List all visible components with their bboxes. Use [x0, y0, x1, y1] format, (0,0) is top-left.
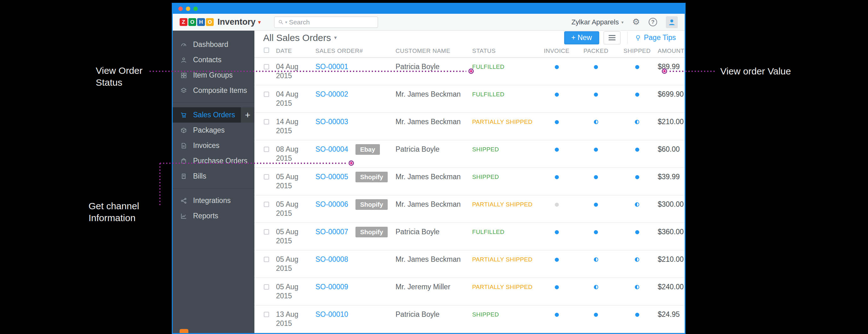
sidebar-item-item-groups[interactable]: Item Groups — [173, 68, 254, 83]
packed-status-cell — [576, 172, 616, 181]
column-header-date[interactable]: DATE — [276, 47, 315, 55]
row-checkbox[interactable] — [264, 202, 269, 207]
row-checkbox[interactable] — [264, 284, 269, 290]
product-name: Inventory — [217, 17, 256, 27]
order-date: 05 Aug 2015 — [276, 227, 315, 245]
customer-name: Mr. James Beckman — [396, 255, 472, 264]
invoice-status-dot — [555, 93, 559, 97]
invoice-status-cell — [538, 282, 576, 292]
packed-status-dot — [594, 175, 598, 179]
list-menu-button[interactable] — [603, 31, 620, 44]
invoice-status-dot — [555, 258, 559, 262]
table-row[interactable]: 04 Aug 2015 SO-00002 Mr. James Beckman F… — [254, 86, 685, 113]
annotation-view-order-status-text: View Order Status — [96, 65, 143, 89]
search-input[interactable] — [289, 19, 374, 26]
logo-letter: Z — [180, 18, 187, 26]
row-checkbox[interactable] — [264, 229, 269, 235]
close-window-button[interactable] — [178, 7, 183, 11]
sales-order-link[interactable]: SO-00008 — [315, 255, 396, 264]
sidebar-item-composite-items[interactable]: Composite Items — [173, 83, 254, 98]
sales-order-link[interactable]: SO-00001 — [315, 62, 396, 71]
order-amount: $300.00 — [658, 200, 684, 209]
annotation-status-marker — [468, 68, 474, 74]
column-header-invoice[interactable]: INVOICE — [538, 47, 576, 55]
sidebar-item-packages[interactable]: Packages — [173, 123, 254, 138]
sidebar-item-bills[interactable]: Bills — [173, 169, 254, 184]
page-tips-button[interactable]: Page Tips — [634, 33, 676, 42]
person-icon — [668, 18, 676, 27]
table-row[interactable]: 05 Aug 2015 SO-00008 Mr. James Beckman P… — [254, 250, 685, 278]
packed-status-dot — [594, 147, 598, 152]
sales-order-link[interactable]: SO-00002 — [315, 90, 396, 99]
table-row[interactable]: 05 Aug 2015 SO-00007 Patricia Boyle FULF… — [254, 223, 685, 250]
shipped-status-dot — [635, 65, 639, 69]
order-date: 14 Aug 2015 — [276, 117, 315, 135]
sidebar-item-label: Sales Orders — [193, 111, 235, 119]
column-header-packed[interactable]: PACKED — [576, 47, 616, 55]
invoice-status-cell — [538, 90, 576, 99]
view-selector[interactable]: All Sales Orders — [263, 33, 337, 43]
shipped-status-dot — [635, 313, 639, 317]
table-row[interactable]: 13 Aug 2015 SO-00010 Patricia Boyle SHIP… — [254, 305, 685, 333]
sidebar-item-invoices[interactable]: Invoices — [173, 138, 254, 153]
order-date: 08 Aug 2015 — [276, 145, 315, 163]
table-row[interactable]: 14 Aug 2015 SO-00003 Mr. James Beckman P… — [254, 113, 685, 140]
channel-badge: Shopify — [355, 199, 388, 210]
org-name: Zylkar Apparels — [571, 18, 619, 26]
row-checkbox[interactable] — [264, 92, 269, 97]
order-status: SHIPPED — [472, 172, 538, 181]
settings-gear-icon[interactable] — [632, 18, 640, 26]
order-amount: $210.00 — [658, 255, 684, 264]
row-checkbox[interactable] — [264, 174, 269, 179]
column-header-amount[interactable]: AMOUNT — [658, 47, 684, 55]
sidebar-item-purchase-orders[interactable]: Purchase Orders — [173, 153, 254, 169]
user-avatar[interactable] — [666, 16, 678, 28]
sidebar-item-sales-orders[interactable]: Sales Orders + — [173, 107, 254, 123]
minimize-window-button[interactable] — [186, 7, 190, 11]
bills-icon — [180, 173, 188, 180]
sidebar-item-reports[interactable]: Reports — [173, 208, 254, 224]
packed-status-dot — [594, 65, 598, 69]
annotation-value-marker — [662, 68, 667, 74]
row-checkbox[interactable] — [264, 64, 269, 69]
packed-status-cell — [576, 62, 616, 71]
sidebar-item-label: Integrations — [193, 196, 230, 205]
search-box[interactable] — [274, 16, 378, 28]
column-header-shipped[interactable]: SHIPPED — [616, 47, 658, 55]
shipped-status-cell — [616, 282, 658, 292]
product-switcher-caret-icon[interactable] — [258, 19, 261, 26]
sales-order-link[interactable]: SO-00003 — [315, 117, 396, 126]
sales-order-link[interactable]: SO-00010 — [315, 310, 396, 319]
sidebar-item-contacts[interactable]: Contacts — [173, 52, 254, 68]
search-scope-caret-icon[interactable] — [285, 20, 287, 24]
new-sales-order-button[interactable]: + New — [564, 31, 599, 44]
column-header-status[interactable]: STATUS — [472, 47, 538, 55]
sidebar-item-integrations[interactable]: Integrations — [173, 193, 254, 208]
org-switcher[interactable]: Zylkar Apparels — [571, 18, 624, 26]
zoom-window-button[interactable] — [193, 7, 198, 11]
shipped-status-cell — [616, 117, 658, 126]
annotation-channel-marker — [348, 160, 354, 166]
row-checkbox[interactable] — [264, 257, 269, 262]
chat-widget[interactable] — [180, 329, 188, 333]
table-row[interactable]: 05 Aug 2015 SO-00009 Mr. Jeremy Miller P… — [254, 278, 685, 305]
shipped-status-dot — [635, 230, 639, 234]
sales-order-link[interactable]: SO-00009 — [315, 282, 396, 292]
sidebar-item-dashboard[interactable]: Dashboard — [173, 37, 254, 52]
help-icon[interactable] — [649, 18, 657, 26]
row-checkbox[interactable] — [264, 147, 269, 152]
column-header-sales-order[interactable]: SALES ORDER# — [315, 47, 396, 55]
invoice-status-cell — [538, 145, 576, 154]
invoice-status-cell — [538, 62, 576, 71]
packed-status-cell — [576, 255, 616, 264]
row-checkbox[interactable] — [264, 119, 269, 125]
select-all-checkbox[interactable] — [264, 47, 269, 53]
table-row[interactable]: 05 Aug 2015 SO-00006 Mr. James Beckman P… — [254, 196, 685, 223]
add-sales-order-button[interactable]: + — [241, 107, 254, 123]
table-row[interactable]: 05 Aug 2015 SO-00005 Mr. James Beckman S… — [254, 168, 685, 196]
order-amount: $210.00 — [658, 117, 684, 126]
packed-status-dot — [594, 203, 598, 207]
column-header-customer-name[interactable]: CUSTOMER NAME — [396, 47, 472, 55]
sidebar-nav: Dashboard Contacts Item Groups Composite… — [173, 37, 254, 224]
row-checkbox[interactable] — [264, 312, 269, 317]
